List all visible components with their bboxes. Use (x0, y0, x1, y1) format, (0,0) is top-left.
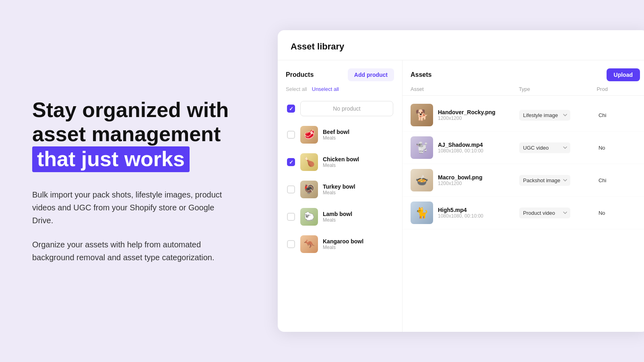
body-text-2: Organize your assets with help from auto… (32, 238, 237, 264)
asset-details-aj-shadow: AJ_Shadow.mp4 1080x1080, 00:10:00 (438, 142, 514, 154)
product-info-beef-bowl: Beef bowl Meals (323, 129, 393, 141)
product-name-beef-bowl: Beef bowl (323, 129, 393, 135)
asset-name-high5: High5.mp4 (438, 207, 514, 213)
asset-thumb-aj-shadow: 🐩 (411, 136, 433, 159)
asset-details-handover-rocky: Handover_Rocky.png 1200x1200 (438, 109, 514, 121)
asset-type-col-aj-shadow[interactable]: Lifestyle image UGC video Packshot image… (519, 142, 594, 153)
asset-info-macro-bowl: 🍲 Macro_bowl.png 1200x1200 (411, 169, 514, 191)
asset-prod-col-high5: No (599, 210, 640, 216)
checkbox-beef-bowl[interactable] (287, 131, 295, 139)
headline-line2: asset management (32, 122, 221, 146)
col-header-prod: Prod (597, 86, 640, 92)
asset-prod-col-aj-shadow: No (599, 145, 640, 151)
checkbox-lamb-bowl[interactable] (287, 213, 295, 221)
asset-type-col-macro-bowl[interactable]: Lifestyle image UGC video Packshot image… (519, 175, 594, 186)
checkbox-kangaroo-bowl[interactable] (287, 240, 295, 248)
product-thumb-lamb-bowl: 🐑 (300, 208, 318, 226)
product-category-turkey-bowl: Meals (323, 190, 393, 195)
asset-details-macro-bowl: Macro_bowl.png 1200x1200 (438, 174, 514, 186)
type-select-handover-rocky[interactable]: Lifestyle image UGC video Packshot image… (519, 110, 570, 121)
assets-title: Assets (411, 71, 431, 78)
products-panel: Products Add product Select all Unselect… (278, 60, 402, 332)
checkbox-chicken-bowl[interactable] (287, 158, 295, 166)
products-header: Products Add product (278, 60, 402, 86)
no-product-box: No product (300, 101, 393, 116)
col-header-asset: Asset (411, 86, 519, 92)
product-thumb-chicken-bowl: 🍗 (300, 153, 318, 171)
unselect-all-link[interactable]: Unselect all (312, 86, 339, 92)
product-item-no-product[interactable]: No product (283, 97, 397, 120)
product-info-lamb-bowl: Lamb bowl Meals (323, 211, 393, 223)
upload-button[interactable]: Upload (607, 68, 640, 81)
product-name-turkey-bowl: Turkey bowl (323, 183, 393, 190)
product-category-beef-bowl: Meals (323, 135, 393, 141)
asset-name-aj-shadow: AJ_Shadow.mp4 (438, 142, 514, 148)
headline-line1: Stay organized with (32, 98, 229, 121)
assets-list: 🐕 Handover_Rocky.png 1200x1200 Lifestyle… (402, 96, 644, 332)
asset-info-high5: 🐈 High5.mp4 1080x1080, 00:10:00 (411, 202, 514, 224)
product-thumb-turkey-bowl: 🦃 (300, 181, 318, 198)
headline: Stay organized with asset management tha… (32, 98, 237, 172)
asset-library-card: Asset library Products Add product Selec… (278, 30, 644, 332)
select-row: Select all Unselect all (278, 86, 402, 97)
asset-dim-aj-shadow: 1080x1080, 00:10:00 (438, 148, 514, 154)
checkbox-no-product[interactable] (287, 104, 295, 113)
product-item-beef-bowl[interactable]: 🥩 Beef bowl Meals (283, 122, 397, 148)
product-item-turkey-bowl[interactable]: 🦃 Turkey bowl Meals (283, 177, 397, 202)
product-thumb-kangaroo-bowl: 🦘 (300, 235, 318, 253)
assets-header: Assets Upload (402, 60, 644, 86)
product-category-lamb-bowl: Meals (323, 217, 393, 223)
no-product-label: No product (333, 105, 360, 112)
asset-info-handover-rocky: 🐕 Handover_Rocky.png 1200x1200 (411, 104, 514, 126)
asset-thumb-high5: 🐈 (411, 202, 433, 224)
add-product-button[interactable]: Add product (348, 68, 394, 81)
product-name-chicken-bowl: Chicken bowl (323, 156, 393, 162)
asset-type-col-high5[interactable]: Lifestyle image UGC video Packshot image… (519, 208, 594, 218)
products-list: No product 🥩 Beef bowl Meals (278, 97, 402, 332)
type-select-aj-shadow[interactable]: Lifestyle image UGC video Packshot image… (519, 142, 570, 153)
product-item-kangaroo-bowl[interactable]: 🦘 Kangaroo bowl Meals (283, 231, 397, 257)
asset-row-macro-bowl: 🍲 Macro_bowl.png 1200x1200 Lifestyle ima… (402, 164, 644, 197)
checkbox-turkey-bowl[interactable] (287, 185, 295, 193)
asset-type-col-handover-rocky[interactable]: Lifestyle image UGC video Packshot image… (519, 110, 594, 121)
headline-highlight: that just works (32, 146, 190, 172)
type-select-macro-bowl[interactable]: Lifestyle image UGC video Packshot image… (519, 175, 570, 186)
product-thumb-beef-bowl: 🥩 (300, 126, 318, 144)
card-body: Products Add product Select all Unselect… (278, 60, 644, 332)
product-category-kangaroo-bowl: Meals (323, 245, 393, 250)
asset-info-aj-shadow: 🐩 AJ_Shadow.mp4 1080x1080, 00:10:00 (411, 136, 514, 159)
col-header-type: Type (519, 86, 597, 92)
checkbox-no-product-box[interactable] (287, 105, 295, 113)
asset-thumb-macro-bowl: 🍲 (411, 169, 433, 191)
product-info-turkey-bowl: Turkey bowl Meals (323, 183, 393, 195)
assets-table-header: Asset Type Prod (402, 86, 644, 96)
product-info-chicken-bowl: Chicken bowl Meals (323, 156, 393, 168)
product-name-kangaroo-bowl: Kangaroo bowl (323, 238, 393, 245)
asset-name-handover-rocky: Handover_Rocky.png (438, 109, 514, 115)
product-category-chicken-bowl: Meals (323, 162, 393, 168)
product-name-lamb-bowl: Lamb bowl (323, 211, 393, 217)
asset-prod-col-macro-bowl: Chi (599, 177, 640, 183)
products-title: Products (286, 71, 314, 78)
product-item-chicken-bowl[interactable]: 🍗 Chicken bowl Meals (283, 149, 397, 175)
product-item-lamb-bowl[interactable]: 🐑 Lamb bowl Meals (283, 204, 397, 230)
card-title: Asset library (291, 41, 344, 51)
select-all-link[interactable]: Select all (286, 86, 307, 92)
asset-row-handover-rocky: 🐕 Handover_Rocky.png 1200x1200 Lifestyle… (402, 99, 644, 132)
asset-name-macro-bowl: Macro_bowl.png (438, 174, 514, 181)
type-select-high5[interactable]: Lifestyle image UGC video Packshot image… (519, 208, 570, 218)
asset-dim-handover-rocky: 1200x1200 (438, 115, 514, 121)
body-text-1: Bulk import your pack shots, lifestyle i… (32, 188, 237, 227)
asset-details-high5: High5.mp4 1080x1080, 00:10:00 (438, 207, 514, 219)
asset-row-high5: 🐈 High5.mp4 1080x1080, 00:10:00 Lifestyl… (402, 197, 644, 229)
card-header: Asset library (278, 30, 644, 60)
product-info-kangaroo-bowl: Kangaroo bowl Meals (323, 238, 393, 250)
asset-prod-col-handover-rocky: Chi (599, 112, 640, 118)
left-panel: Stay organized with asset management tha… (0, 74, 270, 288)
asset-row-aj-shadow: 🐩 AJ_Shadow.mp4 1080x1080, 00:10:00 Life… (402, 132, 644, 164)
asset-dim-high5: 1080x1080, 00:10:00 (438, 213, 514, 219)
asset-dim-macro-bowl: 1200x1200 (438, 181, 514, 186)
right-panel: Asset library Products Add product Selec… (270, 0, 644, 362)
asset-thumb-handover-rocky: 🐕 (411, 104, 433, 126)
assets-panel: Assets Upload Asset Type Prod 🐕 (402, 60, 644, 332)
